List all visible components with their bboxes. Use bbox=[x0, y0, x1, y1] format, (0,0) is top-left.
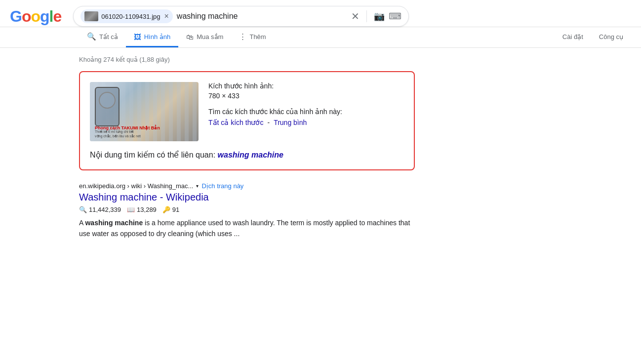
tab-cong-cu-label: Công cụ bbox=[599, 33, 623, 40]
camera-icon[interactable]: 📷 bbox=[374, 11, 385, 22]
google-logo: Google bbox=[10, 7, 61, 26]
key-icon: 🔑 bbox=[162, 206, 170, 213]
related-query[interactable]: washing machine bbox=[218, 151, 283, 159]
search-clear-button[interactable]: ✕ bbox=[351, 11, 360, 21]
book-icon: 📖 bbox=[127, 206, 135, 213]
wiki-breadcrumb: en.wikipedia.org › wiki › Washing_mac...… bbox=[79, 182, 415, 190]
medium-size-link[interactable]: Trung bình bbox=[274, 119, 307, 126]
featured-inner: Phong cách TAKUMI Nhật Bản Thiết kế tỉ m… bbox=[90, 82, 404, 141]
chip-filename: 061020-1109431.jpg bbox=[101, 13, 160, 20]
translate-dropdown-icon: ▾ bbox=[196, 183, 199, 189]
shopping-icon: 🛍 bbox=[186, 33, 194, 41]
wiki-breadcrumb-text: en.wikipedia.org › wiki › Washing_mac... bbox=[79, 182, 193, 190]
featured-find-label: Tìm các kích thước khác của hình ảnh này… bbox=[208, 108, 404, 116]
image-chip[interactable]: 061020-1109431.jpg × bbox=[80, 9, 173, 23]
related-prefix: Nội dung tìm kiếm có thể liên quan: bbox=[90, 151, 218, 159]
search-bar: 061020-1109431.jpg × ✕ 📷 ⌨ bbox=[73, 6, 409, 27]
search-count: 11,442,339 bbox=[89, 206, 121, 213]
featured-related: Nội dung tìm kiếm có thể liên quan: wash… bbox=[90, 150, 404, 160]
chip-close-button[interactable]: × bbox=[164, 12, 169, 20]
search-input[interactable] bbox=[177, 12, 347, 21]
featured-image-thumbnail[interactable]: Phong cách TAKUMI Nhật Bản Thiết kế tỉ m… bbox=[90, 82, 199, 141]
tab-mua-sam[interactable]: 🛍 Mua sắm bbox=[178, 28, 231, 47]
featured-info: Kích thước hình ảnh: 780 × 433 Tìm các k… bbox=[208, 82, 404, 141]
search-divider bbox=[366, 10, 367, 22]
tab-cai-dat[interactable]: Cài đặt bbox=[555, 28, 591, 47]
wiki-description: A washing machine is a home appliance us… bbox=[79, 217, 415, 239]
wiki-stat-book: 📖 13,289 bbox=[127, 206, 157, 213]
translate-label: Dịch trang này bbox=[201, 182, 243, 190]
main-content: Khoảng 274 kết quả (1,88 giây) Phong các… bbox=[0, 48, 641, 249]
chip-thumbnail bbox=[84, 11, 98, 21]
wiki-stat-searches: 🔍 11,442,339 bbox=[79, 206, 121, 213]
link-separator: - bbox=[267, 119, 270, 126]
magnifier-icon: 🔍 bbox=[79, 206, 87, 213]
more-icon: ⋮ bbox=[239, 32, 246, 41]
result-stats: Khoảng 274 kết quả (1,88 giây) bbox=[79, 56, 631, 63]
tab-hinh-anh[interactable]: 🖼 Hình ảnh bbox=[126, 28, 179, 47]
tab-tat-ca[interactable]: 🔍 Tất cả bbox=[79, 27, 126, 47]
featured-box: Phong cách TAKUMI Nhật Bản Thiết kế tỉ m… bbox=[79, 71, 415, 170]
all-sizes-link[interactable]: Tất cả kích thước bbox=[208, 119, 263, 126]
tab-tat-ca-label: Tất cả bbox=[99, 33, 118, 40]
featured-size-value: 780 × 433 bbox=[208, 92, 404, 100]
tab-cai-dat-label: Cài đặt bbox=[562, 33, 583, 40]
tab-hinh-anh-label: Hình ảnh bbox=[144, 33, 171, 40]
tab-them[interactable]: ⋮ Thêm bbox=[231, 27, 274, 47]
tab-cong-cu[interactable]: Công cụ bbox=[591, 28, 631, 47]
featured-size-label: Kích thước hình ảnh: bbox=[208, 82, 404, 90]
nav-right: Cài đặt Công cụ bbox=[555, 28, 631, 47]
image-icon: 🖼 bbox=[134, 33, 141, 41]
keyboard-icon[interactable]: ⌨ bbox=[389, 11, 401, 22]
wikipedia-result: en.wikipedia.org › wiki › Washing_mac...… bbox=[79, 182, 415, 239]
wiki-stat-key: 🔑 91 bbox=[162, 206, 179, 213]
wiki-title-link[interactable]: Washing machine - Wikipedia bbox=[79, 192, 415, 203]
featured-image-overlay2: Thiết kế tỉ mỉ từng chi tiếtvững chắc, b… bbox=[95, 129, 141, 138]
translate-button[interactable]: Dịch trang này bbox=[201, 182, 243, 190]
wiki-desc-bold: washing machine bbox=[85, 219, 143, 227]
wiki-stats: 🔍 11,442,339 📖 13,289 🔑 91 bbox=[79, 206, 415, 213]
nav-tabs: 🔍 Tất cả 🖼 Hình ảnh 🛍 Mua sắm ⋮ Thêm Cài… bbox=[0, 27, 641, 48]
wiki-desc-pre: A bbox=[79, 219, 85, 227]
key-count: 91 bbox=[172, 206, 179, 213]
tab-them-label: Thêm bbox=[249, 33, 266, 40]
book-count: 13,289 bbox=[137, 206, 157, 213]
search-icon: 🔍 bbox=[87, 32, 96, 41]
header: Google 061020-1109431.jpg × ✕ 📷 ⌨ bbox=[0, 0, 641, 27]
featured-links: Tất cả kích thước - Trung bình bbox=[208, 119, 404, 126]
tab-mua-sam-label: Mua sắm bbox=[197, 33, 223, 40]
